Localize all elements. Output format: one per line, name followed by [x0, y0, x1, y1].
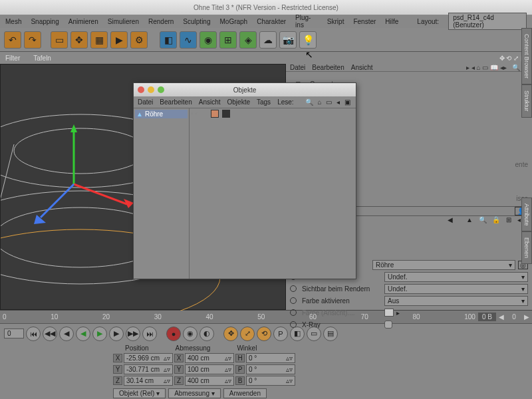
dim-y-label: Y	[174, 365, 184, 374]
step-back-key-button[interactable]: ◀◀	[43, 327, 57, 341]
render-region[interactable]: ▦	[90, 31, 108, 49]
ow-menu-datei[interactable]: Datei	[138, 98, 153, 106]
menu-simulieren[interactable]: Simulieren	[108, 18, 139, 25]
menu-plugins[interactable]: Plug-ins	[295, 14, 318, 29]
render-settings[interactable]: ⚙	[130, 31, 148, 49]
ow-menu-bearbeiten[interactable]: Bearbeiten	[160, 98, 192, 106]
xray-checkbox[interactable]	[384, 321, 392, 329]
timeline-scroll-right[interactable]: ▶	[524, 313, 529, 321]
menu-animieren[interactable]: Animieren	[68, 18, 98, 25]
step-fwd-key-button[interactable]: ▶▶	[126, 327, 140, 341]
coord-apply-button[interactable]: Anwenden	[223, 388, 267, 398]
ow-menu-tags[interactable]: Tags	[257, 98, 271, 106]
attr-vis-editor-field[interactable]: Undef.▾	[384, 272, 528, 282]
side-tab-struktur[interactable]: Struktur	[521, 84, 532, 118]
radio-color-act[interactable]	[290, 297, 297, 304]
tree-item-rohre[interactable]: ▲ Röhre	[135, 110, 188, 118]
nurbs-tool[interactable]: ◉	[200, 31, 217, 49]
opt2-button[interactable]: ▤	[323, 327, 338, 341]
cb-menu-ansicht[interactable]: Ansicht	[351, 64, 373, 71]
ang-p-field[interactable]: 0 °▵▿	[246, 364, 295, 374]
select-tool[interactable]: ▭	[51, 31, 68, 49]
menu-charakter[interactable]: Charakter	[257, 18, 286, 25]
radio-vis-render[interactable]	[290, 285, 297, 292]
axis-gizmo[interactable]	[34, 124, 140, 231]
menu-hilfe[interactable]: Hilfe	[385, 18, 398, 25]
texture-tag-icon[interactable]	[222, 110, 230, 118]
ow-menu-objekte[interactable]: Objekte	[227, 98, 250, 106]
menu-rendern[interactable]: Rendern	[148, 18, 174, 25]
array-tool[interactable]: ⊞	[219, 31, 237, 49]
coord-dim-select[interactable]: Abmessung ▾	[168, 388, 221, 398]
deformer-tool[interactable]: ◈	[239, 31, 257, 49]
object-tree[interactable]: ▲ Röhre	[134, 108, 190, 279]
step-fwd-button[interactable]: ▶	[109, 327, 124, 341]
attr-color-act-field[interactable]: Aus▾	[384, 296, 528, 306]
cb-toolbar-icons[interactable]: ▸ ◂ ⌂ ▭ 📖 ◂▸ 🔍 ⚙	[466, 64, 528, 71]
objekte-window[interactable]: Objekte Datei Bearbeiten Ansicht Objekte…	[133, 82, 356, 279]
move-key-button[interactable]: ✥	[223, 327, 238, 341]
zoom-icon[interactable]	[158, 86, 164, 93]
timeline-frame[interactable]: 0 B	[478, 313, 496, 321]
side-tab-content-browser[interactable]: Content Browser	[521, 28, 532, 84]
dim-z-field[interactable]: 400 cm▵▿	[185, 376, 234, 386]
ow-menu-ansicht[interactable]: Ansicht	[199, 98, 221, 106]
cb-menu-bearbeiten[interactable]: Bearbeiten	[312, 64, 344, 71]
keyframe-sel-button[interactable]: ◐	[200, 327, 214, 341]
dim-x-field[interactable]: 400 cm▵▿	[185, 353, 234, 363]
undo-button[interactable]: ↶	[4, 31, 21, 49]
coord-mode-select[interactable]: Objekt (Rel) ▾	[113, 388, 166, 398]
attr-nav-icons[interactable]: ◀ ▲ 🔍 🔒 ⊞ ◂▸	[448, 216, 528, 223]
menu-mesh[interactable]: Mesh	[5, 18, 21, 25]
record-button[interactable]: ●	[166, 327, 181, 341]
ow-menu-lese[interactable]: Lese:	[277, 98, 293, 106]
side-tab-attribute[interactable]: Attribute	[521, 198, 532, 232]
autokey-button[interactable]: ◉	[183, 327, 198, 341]
cb-menu-datei[interactable]: Datei	[290, 64, 305, 71]
goto-start-button[interactable]: ⏮	[26, 327, 41, 341]
param-key-button[interactable]: P	[273, 327, 288, 341]
spline-tool[interactable]: ∿	[180, 31, 197, 49]
menu-mograph[interactable]: MoGraph	[220, 18, 248, 25]
pla-key-button[interactable]: ◧	[290, 327, 305, 341]
minimize-icon[interactable]	[148, 86, 154, 93]
render-button[interactable]: ▶	[110, 31, 128, 49]
ang-b-field[interactable]: 0 °▵▿	[246, 376, 295, 386]
redo-button[interactable]: ↷	[24, 31, 41, 49]
layout-selector[interactable]: psd_R14_c4d (Benutzer)	[448, 13, 527, 30]
phong-tag-icon[interactable]	[211, 110, 219, 118]
menu-sculpting[interactable]: Sculpting	[183, 18, 210, 25]
attr-name-field[interactable]: Röhre▾	[372, 260, 515, 270]
ang-h-field[interactable]: 0 °▵▿	[246, 353, 295, 363]
menu-snapping[interactable]: Snapping	[31, 18, 59, 25]
ow-toolbar-icons[interactable]: 🔍 ⌂ ▭ ◂ ▣	[305, 98, 352, 106]
filter-menu[interactable]: Filter	[5, 55, 20, 62]
step-back-button[interactable]: ◀	[59, 327, 74, 341]
camera-tool[interactable]: 📷	[279, 31, 297, 49]
attr-vis-render-field[interactable]: Undef.▾	[384, 284, 528, 294]
objekte-titlebar[interactable]: Objekte	[134, 83, 356, 96]
rotate-key-button[interactable]: ⟲	[257, 327, 271, 341]
pos-z-field[interactable]: 30.14 cm▵▿	[124, 376, 173, 386]
scale-key-button[interactable]: ⤢	[240, 327, 255, 341]
tafeln-menu[interactable]: Tafeln	[33, 55, 51, 62]
play-forward-button[interactable]: ▶	[92, 327, 107, 341]
light-tool[interactable]: 💡	[299, 31, 317, 49]
close-icon[interactable]	[138, 86, 144, 93]
visibility-dots[interactable]: • •	[190, 108, 209, 279]
pos-x-field[interactable]: -25.969 cm▵▿	[124, 353, 173, 363]
object-tags[interactable]	[209, 108, 356, 279]
goto-end-button[interactable]: ⏭	[142, 327, 157, 341]
dim-y-field[interactable]: 100 cm▵▿	[185, 364, 234, 374]
side-tab-ebenen[interactable]: Ebenen	[521, 231, 532, 264]
menu-skript[interactable]: Skript	[327, 18, 344, 25]
pos-y-field[interactable]: -30.771 cm▵▿	[124, 364, 173, 374]
environment-tool[interactable]: ☁	[259, 31, 277, 49]
timeline-scroll-left[interactable]: ◀	[499, 313, 504, 321]
cube-primitive[interactable]: ◧	[160, 31, 177, 49]
opt1-button[interactable]: ▭	[307, 327, 321, 341]
move-tool[interactable]: ✥	[70, 31, 88, 49]
frame-field-start[interactable]: 0	[4, 329, 24, 338]
menu-fenster[interactable]: Fenster	[353, 18, 376, 25]
play-backward-button[interactable]: ◀	[76, 327, 90, 341]
